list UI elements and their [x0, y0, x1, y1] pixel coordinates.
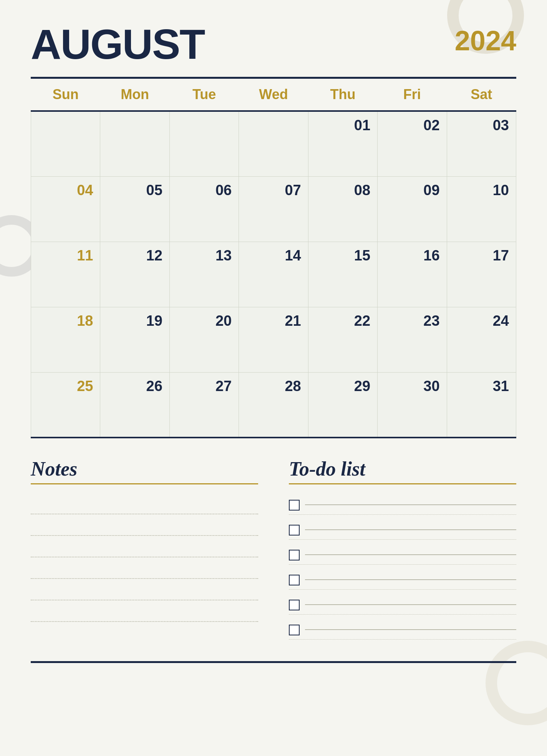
table-row: 04 05 06 07 08 09 10 [31, 176, 516, 242]
todo-checkbox[interactable] [289, 575, 300, 585]
table-cell: 18 [31, 307, 100, 372]
calendar-wrapper: Sun Mon Tue Wed Thu Fri Sat 01 02 [31, 79, 516, 438]
todo-checkbox[interactable] [289, 550, 300, 560]
todo-title: To-do list [289, 458, 516, 480]
table-cell: 04 [31, 176, 100, 242]
todo-line [305, 504, 516, 505]
table-cell [31, 111, 100, 176]
todo-item [289, 571, 516, 590]
page: AUGUST 2024 Sun Mon Tue Wed Thu Fri Sat [0, 0, 547, 756]
todo-line [305, 604, 516, 605]
table-cell: 21 [239, 307, 308, 372]
notes-title: Notes [31, 458, 258, 480]
table-cell: 19 [100, 307, 169, 372]
table-cell: 25 [31, 372, 100, 438]
notes-line[interactable] [31, 560, 258, 579]
table-cell: 13 [169, 242, 239, 307]
notes-section: Notes [31, 458, 258, 646]
table-cell: 20 [169, 307, 239, 372]
todo-line [305, 529, 516, 530]
todo-item [289, 496, 516, 515]
todo-section: To-do list [289, 458, 516, 646]
table-row: 11 12 13 14 15 16 17 [31, 242, 516, 307]
header: AUGUST 2024 [31, 23, 516, 65]
deco-circle-bottom-right [486, 641, 547, 725]
notes-underline [31, 483, 258, 484]
col-fri: Fri [378, 79, 447, 111]
table-cell: 12 [100, 242, 169, 307]
table-row: 18 19 20 21 22 23 24 [31, 307, 516, 372]
col-thu: Thu [308, 79, 377, 111]
notes-lines [31, 496, 258, 625]
month-title: AUGUST [31, 23, 204, 65]
todo-underline [289, 483, 516, 484]
todo-checkbox[interactable] [289, 525, 300, 536]
table-cell: 01 [308, 111, 377, 176]
table-cell: 31 [447, 372, 516, 438]
table-cell: 08 [308, 176, 377, 242]
table-cell: 10 [447, 176, 516, 242]
table-cell: 09 [378, 176, 447, 242]
calendar-table: Sun Mon Tue Wed Thu Fri Sat 01 02 [31, 79, 516, 438]
notes-line[interactable] [31, 496, 258, 514]
todo-item [289, 596, 516, 615]
todo-checkbox[interactable] [289, 625, 300, 635]
todo-items [289, 496, 516, 646]
col-sat: Sat [447, 79, 516, 111]
table-cell: 03 [447, 111, 516, 176]
year-display: 2024 [455, 23, 516, 55]
table-cell: 06 [169, 176, 239, 242]
notes-line[interactable] [31, 582, 258, 600]
bottom-section: Notes To-do list [31, 458, 516, 646]
table-cell: 02 [378, 111, 447, 176]
table-cell: 14 [239, 242, 308, 307]
todo-line [305, 554, 516, 555]
todo-line [305, 579, 516, 580]
notes-line[interactable] [31, 517, 258, 536]
table-cell: 26 [100, 372, 169, 438]
table-cell: 30 [378, 372, 447, 438]
todo-checkbox[interactable] [289, 600, 300, 610]
notes-line[interactable] [31, 603, 258, 622]
todo-checkbox[interactable] [289, 500, 300, 511]
table-cell [169, 111, 239, 176]
table-cell: 15 [308, 242, 377, 307]
bottom-border [31, 661, 516, 663]
col-tue: Tue [169, 79, 239, 111]
notes-line[interactable] [31, 539, 258, 557]
table-cell: 05 [100, 176, 169, 242]
table-cell: 11 [31, 242, 100, 307]
todo-line [305, 629, 516, 630]
table-cell [239, 111, 308, 176]
table-cell: 27 [169, 372, 239, 438]
table-cell: 16 [378, 242, 447, 307]
table-cell: 24 [447, 307, 516, 372]
table-cell [100, 111, 169, 176]
table-row: 01 02 03 [31, 111, 516, 176]
todo-item [289, 546, 516, 565]
todo-item [289, 521, 516, 540]
table-cell: 17 [447, 242, 516, 307]
table-cell: 29 [308, 372, 377, 438]
col-wed: Wed [239, 79, 308, 111]
table-cell: 22 [308, 307, 377, 372]
col-mon: Mon [100, 79, 169, 111]
table-cell: 28 [239, 372, 308, 438]
col-sun: Sun [31, 79, 100, 111]
table-cell: 23 [378, 307, 447, 372]
todo-item [289, 621, 516, 640]
table-row: 25 26 27 28 29 30 31 [31, 372, 516, 438]
table-cell: 07 [239, 176, 308, 242]
